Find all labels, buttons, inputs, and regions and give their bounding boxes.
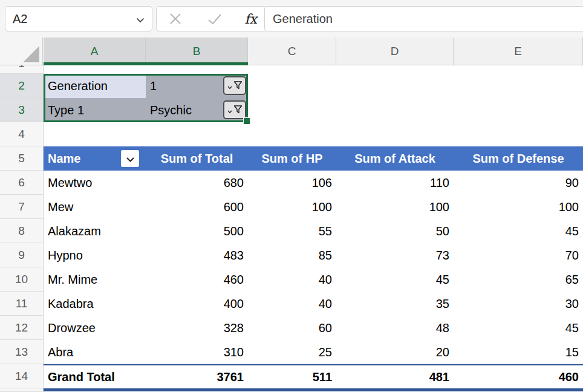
- table-row: Mewtwo 680 106 110 90: [44, 171, 583, 195]
- row-header-3[interactable]: 3: [0, 98, 43, 122]
- cell-hp[interactable]: 85: [248, 243, 336, 267]
- cell-grand-total-hp[interactable]: 511: [248, 365, 336, 388]
- cell-hp[interactable]: 55: [248, 219, 336, 243]
- select-all-button[interactable]: [0, 38, 43, 65]
- cell-hp[interactable]: 100: [248, 195, 336, 219]
- cell-total[interactable]: 460: [146, 267, 248, 292]
- table-row: Hypno 483 85 73 70: [44, 243, 583, 267]
- cell-hp[interactable]: 40: [248, 292, 336, 316]
- row-header-14[interactable]: 14: [0, 364, 43, 388]
- row-number: 2: [18, 79, 25, 93]
- insert-function-icon[interactable]: fx: [244, 11, 257, 27]
- cell-defense[interactable]: 30: [454, 292, 583, 316]
- row-number: 5: [18, 152, 25, 165]
- row-header-15-partial[interactable]: [0, 388, 43, 392]
- chevron-down-icon[interactable]: [136, 12, 145, 26]
- cell-attack[interactable]: 50: [336, 219, 454, 243]
- cell-name[interactable]: Hypno: [44, 243, 146, 267]
- name-filter-dropdown-button[interactable]: [121, 150, 139, 167]
- pivot-header-sum-of-hp[interactable]: Sum of HP: [248, 146, 336, 171]
- cell-attack[interactable]: 100: [336, 195, 454, 219]
- column-header-d[interactable]: D: [336, 38, 454, 65]
- row-header-4[interactable]: 4: [0, 122, 43, 146]
- cell-total[interactable]: 483: [146, 243, 248, 267]
- cell-total[interactable]: 400: [146, 292, 248, 316]
- row-number: 4: [18, 128, 25, 141]
- cell-hp[interactable]: 60: [248, 316, 336, 340]
- row-header-10[interactable]: 10: [0, 267, 43, 292]
- table-row: Kadabra 400 40 35 30: [44, 292, 583, 316]
- cancel-icon[interactable]: [166, 10, 184, 28]
- confirm-icon[interactable]: [206, 10, 224, 28]
- cell-name[interactable]: Mr. Mime: [44, 267, 146, 292]
- cell-attack[interactable]: 73: [336, 243, 454, 267]
- table-row: Alakazam 500 55 50 45: [44, 219, 583, 243]
- cell-attack[interactable]: 35: [336, 292, 454, 316]
- pivot-header-sum-of-attack[interactable]: Sum of Attack: [336, 146, 454, 171]
- selection-border: [44, 74, 248, 122]
- cell-name[interactable]: Drowzee: [44, 316, 146, 340]
- column-header-e[interactable]: E: [454, 38, 583, 65]
- row-number: 10: [15, 273, 28, 286]
- column-header-strip: A B C D E: [0, 38, 583, 65]
- row-header-8[interactable]: 8: [0, 219, 43, 243]
- cell-grand-total-total[interactable]: 3761: [146, 365, 248, 388]
- cell-name[interactable]: Alakazam: [44, 219, 146, 243]
- formula-bar[interactable]: Generation: [264, 6, 583, 31]
- cell-attack[interactable]: 48: [336, 316, 454, 340]
- row-header-2[interactable]: 2: [0, 74, 43, 98]
- fill-handle[interactable]: [243, 117, 250, 125]
- row-number: 9: [18, 249, 25, 262]
- cell-name[interactable]: Kadabra: [44, 292, 146, 316]
- cell-total[interactable]: 680: [146, 171, 248, 195]
- cell-name[interactable]: Mewtwo: [44, 171, 146, 195]
- cell-grand-total-defense[interactable]: 460: [454, 365, 583, 388]
- row-number: 11: [16, 297, 28, 310]
- cell-defense[interactable]: 15: [454, 340, 583, 364]
- cell-name[interactable]: Mew: [44, 195, 146, 219]
- row-header-13[interactable]: 13: [0, 340, 43, 364]
- select-all-triangle-icon: [23, 46, 39, 62]
- pivot-header-row: Name Sum of Total Sum of HP Sum of Attac…: [44, 146, 583, 171]
- cell-defense[interactable]: 45: [454, 316, 583, 340]
- row-header-11[interactable]: 11: [0, 292, 43, 316]
- cell-attack[interactable]: 20: [336, 340, 454, 364]
- row-header-1[interactable]: 1: [0, 65, 43, 74]
- column-header-c[interactable]: C: [248, 38, 336, 65]
- cell-grand-total-label[interactable]: Grand Total: [44, 365, 146, 388]
- pivot-header-sum-of-total[interactable]: Sum of Total: [146, 146, 248, 171]
- row-header-9[interactable]: 9: [0, 243, 43, 267]
- cell-attack[interactable]: 110: [336, 171, 454, 195]
- pivot-header-sum-of-defense[interactable]: Sum of Defense: [454, 146, 583, 171]
- name-box[interactable]: A2: [5, 6, 152, 31]
- cell-defense[interactable]: 45: [454, 219, 583, 243]
- row-header-5[interactable]: 5: [0, 146, 43, 171]
- row-number: 8: [18, 224, 25, 238]
- cell-grand-total-attack[interactable]: 481: [336, 365, 454, 388]
- cell-defense[interactable]: 65: [454, 267, 583, 292]
- cell-total[interactable]: 310: [146, 340, 248, 364]
- column-header-a[interactable]: A: [44, 38, 146, 65]
- table-row: Mew 600 100 100 100: [44, 195, 583, 219]
- cell-defense[interactable]: 70: [454, 243, 583, 267]
- cell-total[interactable]: 500: [146, 219, 248, 243]
- cell-total[interactable]: 328: [146, 316, 248, 340]
- cell-attack[interactable]: 45: [336, 267, 454, 292]
- pivot-header-label: Name: [48, 152, 80, 166]
- formula-bar-value: Generation: [273, 12, 333, 26]
- formula-toolbar: A2 fx Generation: [0, 0, 583, 38]
- cell-hp[interactable]: 25: [248, 340, 336, 364]
- cell-hp[interactable]: 106: [248, 171, 336, 195]
- row-number: 7: [18, 200, 25, 214]
- column-header-b[interactable]: B: [146, 38, 248, 65]
- cell-name[interactable]: Abra: [44, 340, 146, 364]
- row-header-12[interactable]: 12: [0, 316, 43, 340]
- pivot-header-name[interactable]: Name: [44, 146, 146, 171]
- cell-defense[interactable]: 90: [454, 171, 583, 195]
- row-header-6[interactable]: 6: [0, 171, 43, 195]
- cell-defense[interactable]: 100: [454, 195, 583, 219]
- row-number: 3: [18, 103, 25, 117]
- cell-hp[interactable]: 40: [248, 267, 336, 292]
- cell-total[interactable]: 600: [146, 195, 248, 219]
- row-header-7[interactable]: 7: [0, 195, 43, 219]
